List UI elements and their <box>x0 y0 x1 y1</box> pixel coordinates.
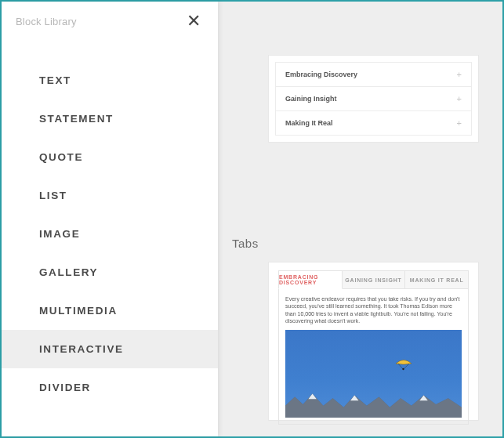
close-icon[interactable]: ✕ <box>183 9 204 33</box>
tabs-section-heading: Tabs <box>232 237 259 250</box>
sidebar-spacer <box>2 33 218 61</box>
accordion-row-label: Gaining Insight <box>285 95 337 103</box>
sidebar-item-gallery[interactable]: GALLERY <box>2 253 218 291</box>
tab-body-text: Every creative endeavor requires that yo… <box>285 295 462 325</box>
accordion-row-label: Embracing Discovery <box>285 71 357 78</box>
sidebar-item-quote[interactable]: QUOTE <box>2 138 218 176</box>
sidebar-item-interactive[interactable]: INTERACTIVE <box>2 330 218 368</box>
mountain-range-icon <box>285 388 462 418</box>
paraglider-icon <box>395 360 412 371</box>
tab-embracing-discovery[interactable]: EMBRACING DISCOVERY <box>278 270 343 289</box>
svg-point-2 <box>402 368 404 370</box>
sidebar-item-list[interactable]: LIST <box>2 176 218 215</box>
plus-icon: + <box>457 70 462 79</box>
tab-making-it-real[interactable]: MAKING IT REAL <box>405 270 469 289</box>
app-frame: Block Library ✕ TEXT STATEMENT QUOTE LIS… <box>0 0 504 438</box>
tab-gaining-insight[interactable]: GAINING INSIGHT <box>343 270 406 289</box>
block-category-list: TEXT STATEMENT QUOTE LIST IMAGE GALLERY … <box>2 61 218 407</box>
accordion-row[interactable]: Making It Real + <box>275 111 472 136</box>
block-library-panel: Block Library ✕ TEXT STATEMENT QUOTE LIS… <box>2 2 218 436</box>
accordion-row[interactable]: Embracing Discovery + <box>275 62 472 87</box>
block-library-header: Block Library ✕ <box>2 2 218 33</box>
sidebar-item-multimedia[interactable]: MULTIMEDIA <box>2 291 218 330</box>
sidebar-item-image[interactable]: IMAGE <box>2 215 218 253</box>
plus-icon: + <box>457 118 462 128</box>
tab-content: Every creative endeavor requires that yo… <box>278 289 469 425</box>
tab-strip: EMBRACING DISCOVERY GAINING INSIGHT MAKI… <box>278 270 469 289</box>
block-library-title: Block Library <box>16 16 77 27</box>
tabs-preview[interactable]: EMBRACING DISCOVERY GAINING INSIGHT MAKI… <box>268 262 479 421</box>
sidebar-item-text[interactable]: TEXT <box>2 61 218 100</box>
sidebar-item-divider[interactable]: DIVIDER <box>2 368 218 407</box>
accordion-preview[interactable]: Embracing Discovery + Gaining Insight + … <box>268 55 479 143</box>
sidebar-item-statement[interactable]: STATEMENT <box>2 100 218 138</box>
accordion-row-label: Making It Real <box>285 119 333 127</box>
plus-icon: + <box>457 94 462 103</box>
preview-canvas: Embracing Discovery + Gaining Insight + … <box>218 2 502 436</box>
tab-illustration <box>285 330 462 418</box>
accordion-row[interactable]: Gaining Insight + <box>275 87 472 111</box>
